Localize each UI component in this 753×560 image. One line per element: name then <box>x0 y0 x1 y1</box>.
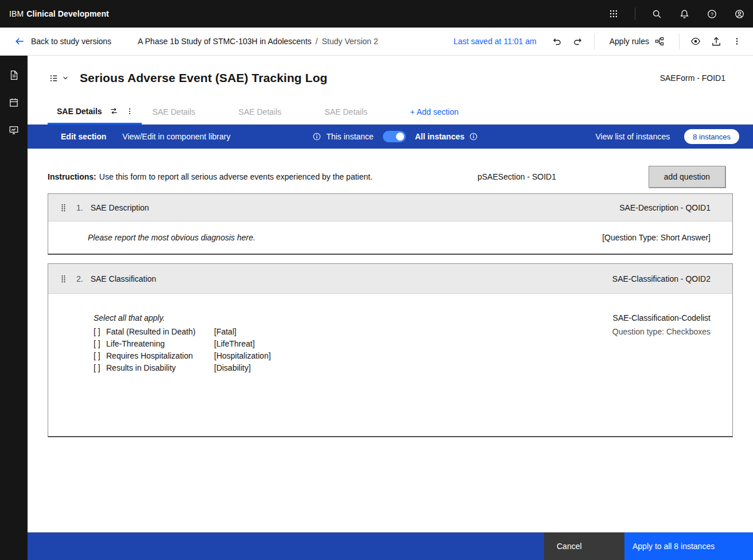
undo-icon <box>552 37 562 46</box>
brand-prefix: IBM <box>9 9 24 18</box>
checkbox-glyph[interactable]: [ ] <box>94 326 106 338</box>
component-library-link[interactable]: View/Edit in component library <box>122 132 230 141</box>
instances-toggle[interactable] <box>383 131 406 142</box>
question-prompt: Select all that apply. <box>94 313 612 322</box>
tab-sae-details-2[interactable]: SAE Details <box>142 99 228 125</box>
section-id: pSAESection - SOID1 <box>478 172 556 181</box>
app-switcher-button[interactable] <box>600 0 627 28</box>
tab-sae-details-3[interactable]: SAE Details <box>228 99 314 125</box>
footer-action-bar: Cancel Apply to all 8 instances <box>28 532 753 560</box>
question-card-2: 2. SAE Classification SAE-Classification… <box>48 263 733 437</box>
question-title[interactable]: SAE Description <box>91 203 149 212</box>
account-button[interactable] <box>725 0 753 28</box>
option-row: [ ] Results in Disability [Disability] <box>94 362 612 374</box>
toolbar: Back to study versions A Phase 1b Study … <box>0 28 753 56</box>
breadcrumb-version: Study Version 2 <box>322 37 378 46</box>
cancel-button[interactable]: Cancel <box>544 532 624 560</box>
question-title[interactable]: SAE Classification <box>91 274 156 283</box>
export-icon <box>711 36 721 46</box>
checkbox-glyph[interactable]: [ ] <box>94 362 106 374</box>
this-instance-label: This instance <box>326 132 373 141</box>
question-id: SAE-Description - QOID1 <box>619 203 711 212</box>
view-instances-link[interactable]: View list of instances <box>596 132 670 141</box>
overflow-menu-button[interactable] <box>727 28 747 55</box>
tab-sae-details-1[interactable]: SAE Details <box>48 99 142 125</box>
back-to-study-versions-link[interactable]: Back to study versions <box>0 28 111 55</box>
add-question-button[interactable]: add question <box>649 166 725 188</box>
header-actions: ? <box>600 0 753 28</box>
checkbox-glyph[interactable]: [ ] <box>94 338 106 350</box>
help-icon: ? <box>707 9 717 19</box>
help-button[interactable]: ? <box>698 0 725 28</box>
question-prompt: Please report the most obvious diagnosis… <box>88 233 255 242</box>
apply-rules-label: Apply rules <box>610 37 649 46</box>
tab-sync-icon[interactable] <box>110 107 118 115</box>
option-row: [ ] Life-Threatening [LifeThreat] <box>94 338 612 350</box>
question-body: Please report the most obvious diagnosis… <box>48 221 732 254</box>
tab-sae-details-4[interactable]: SAE Details <box>314 99 400 125</box>
drag-handle-icon[interactable] <box>60 274 69 283</box>
breadcrumb-separator: / <box>316 37 318 46</box>
apply-rules-icon <box>655 37 664 46</box>
undo-button[interactable] <box>547 28 568 55</box>
nav-schedule-button[interactable] <box>0 89 28 116</box>
search-icon <box>652 9 662 19</box>
nav-training-button[interactable] <box>0 116 28 144</box>
preview-button[interactable] <box>685 28 706 55</box>
tab-menu-icon[interactable] <box>126 107 134 115</box>
instances-badge: 8 instances <box>684 129 739 144</box>
section-instructions-row: Instructions:Use this form to report all… <box>48 166 725 188</box>
header-divider <box>635 7 635 20</box>
outline-icon <box>49 73 59 83</box>
checkbox-glyph[interactable]: [ ] <box>94 350 106 362</box>
redo-button[interactable] <box>568 28 588 55</box>
brand-product: Clinical Development <box>26 9 109 18</box>
apply-all-instances-button[interactable]: Apply to all 8 instances <box>624 532 753 560</box>
info-icon[interactable] <box>469 132 478 141</box>
question-card-1: 1. SAE Description SAE-Description - QOI… <box>48 193 733 255</box>
tab-label: SAE Details <box>57 107 102 116</box>
form-outline-button[interactable] <box>49 73 69 83</box>
back-arrow-icon <box>14 36 25 46</box>
drag-handle-icon[interactable] <box>60 203 69 212</box>
question-type: [Question Type: Short Answer] <box>602 233 711 242</box>
toolbar-divider <box>594 33 595 49</box>
form-id: SAEForm - FOID1 <box>660 73 725 83</box>
nav-forms-button[interactable] <box>0 61 28 89</box>
search-button[interactable] <box>643 0 670 28</box>
last-saved-status: Last saved at 11:01 am <box>453 37 537 46</box>
info-icon[interactable] <box>312 132 321 141</box>
preview-icon <box>690 36 701 46</box>
left-nav <box>0 56 28 560</box>
nav-schedule-icon <box>9 98 19 108</box>
toolbar-divider <box>679 33 680 49</box>
option-label: Results in Disability <box>106 362 214 374</box>
instructions-text: Use this form to report all serious adve… <box>99 172 372 181</box>
notifications-button[interactable] <box>670 0 698 28</box>
overflow-icon <box>732 37 742 46</box>
add-section-button[interactable]: + Add section <box>403 99 465 125</box>
option-code: [Fatal] <box>214 326 612 338</box>
option-code: [Hospitalization] <box>214 350 612 362</box>
export-button[interactable] <box>706 28 727 55</box>
nav-training-icon <box>9 125 19 135</box>
question-options: Select all that apply. [ ] Fatal (Result… <box>94 313 612 374</box>
breadcrumb-study[interactable]: A Phase 1b Study of STMC-103H in Adolesc… <box>138 37 312 46</box>
collapse-chevron-icon <box>62 75 69 81</box>
question-header: 2. SAE Classification SAE-Classification… <box>48 264 732 294</box>
switcher-icon <box>609 9 618 18</box>
account-icon <box>735 9 744 19</box>
edit-section-label: Edit section <box>61 132 106 141</box>
edit-section-banner: Edit section View/Edit in component libr… <box>28 125 753 149</box>
option-code: [LifeThreat] <box>214 338 612 350</box>
question-header: 1. SAE Description SAE-Description - QOI… <box>48 194 732 221</box>
banner-right: View list of instances 8 instances <box>596 129 739 144</box>
question-id: SAE-Classification - QOID2 <box>612 274 711 283</box>
toolbar-actions: Last saved at 11:01 am Apply rules <box>453 28 753 55</box>
option-row: [ ] Fatal (Resulted in Death) [Fatal] <box>94 326 612 338</box>
apply-rules-button[interactable]: Apply rules <box>600 28 673 55</box>
app-header: IBMClinical Development <box>0 0 753 28</box>
form-title-row: Serious Adverse Event (SAE) Tracking Log… <box>28 56 753 85</box>
toggle-knob <box>396 133 404 141</box>
svg-text:?: ? <box>710 11 713 17</box>
